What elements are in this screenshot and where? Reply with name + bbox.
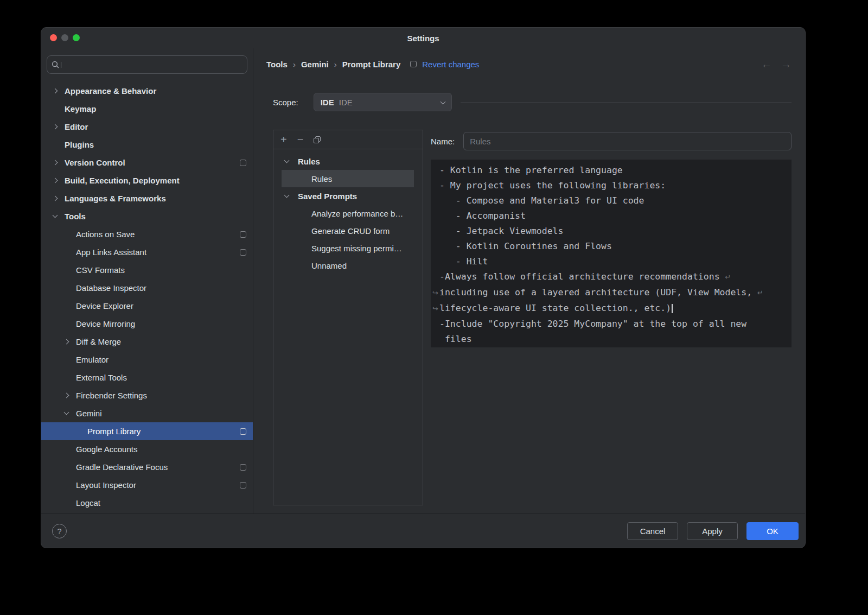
sidebar-item-device-explorer[interactable]: Device Explorer bbox=[41, 297, 253, 315]
editor-line[interactable]: -Include "Copyright 2025 MyCompany" at t… bbox=[439, 316, 787, 332]
prompt-item-analyze-performance-b[interactable]: Analyze performance b… bbox=[273, 205, 423, 222]
sidebar-item-label: Layout Inspector bbox=[76, 480, 136, 490]
prompt-item-label: Generate CRUD form bbox=[311, 226, 390, 236]
sidebar-item-label: Languages & Frameworks bbox=[65, 194, 166, 203]
chevron-right-icon[interactable] bbox=[64, 339, 69, 345]
prompt-item-suggest-missing-permi[interactable]: Suggest missing permi… bbox=[273, 239, 423, 257]
sidebar-item-diff-merge[interactable]: Diff & Merge bbox=[41, 333, 253, 351]
editor-line[interactable]: - Kotlin Coroutines and Flows bbox=[439, 239, 787, 254]
add-button[interactable]: + bbox=[280, 134, 287, 145]
minimize-window-button[interactable] bbox=[61, 34, 68, 41]
prompt-library-panels: +− RulesRulesSaved PromptsAnalyze perfor… bbox=[273, 130, 792, 505]
sidebar-item-label: Prompt Library bbox=[87, 427, 141, 436]
ide-settings-icon bbox=[240, 231, 246, 238]
sidebar-item-csv-formats[interactable]: CSV Formats bbox=[41, 261, 253, 279]
breadcrumb-item-prompt-library[interactable]: Prompt Library bbox=[342, 60, 401, 69]
search-field[interactable] bbox=[47, 55, 247, 74]
breadcrumb-item-gemini[interactable]: Gemini bbox=[301, 60, 329, 69]
help-button[interactable]: ? bbox=[52, 524, 67, 538]
sidebar-item-layout-inspector[interactable]: Layout Inspector bbox=[41, 476, 253, 494]
prompt-list-panel: +− RulesRulesSaved PromptsAnalyze perfor… bbox=[273, 130, 423, 505]
duplicate-button[interactable] bbox=[314, 136, 321, 143]
sidebar-item-google-accounts[interactable]: Google Accounts bbox=[41, 440, 253, 458]
breadcrumb-separator: › bbox=[293, 60, 296, 69]
editor-line[interactable]: - Accompanist bbox=[439, 208, 787, 224]
editor-line[interactable]: - Compose and Material3 for UI code bbox=[439, 193, 787, 208]
editor-line[interactable]: ↪including use of a layered architecture… bbox=[439, 285, 787, 301]
sidebar-item-firebender-settings[interactable]: Firebender Settings bbox=[41, 386, 253, 404]
remove-button[interactable]: − bbox=[297, 134, 304, 145]
sidebar-item-device-mirroring[interactable]: Device Mirroring bbox=[41, 315, 253, 333]
scope-dropdown[interactable]: IDE IDE bbox=[314, 93, 452, 111]
duplicate-icon bbox=[314, 136, 321, 143]
breadcrumb-item-tools[interactable]: Tools bbox=[266, 60, 288, 69]
settings-search-input[interactable] bbox=[63, 60, 242, 69]
editor-line[interactable]: - Jetpack Viewmodels bbox=[439, 224, 787, 239]
sidebar-item-app-links-assistant[interactable]: App Links Assistant bbox=[41, 243, 253, 261]
forward-arrow-icon[interactable]: → bbox=[781, 59, 792, 69]
sidebar-item-appearance-behavior[interactable]: Appearance & Behavior bbox=[41, 82, 253, 100]
sidebar-item-prompt-library[interactable]: Prompt Library bbox=[41, 422, 253, 440]
settings-sidebar: Appearance & BehaviorKeymapEditorPlugins… bbox=[41, 48, 253, 513]
prompt-text-editor[interactable]: - Kotlin is the preferred language- My p… bbox=[431, 160, 792, 347]
editor-line[interactable]: - Hilt bbox=[439, 254, 787, 269]
ide-settings-icon bbox=[240, 160, 246, 166]
apply-button[interactable]: Apply bbox=[687, 522, 738, 540]
sidebar-item-plugins[interactable]: Plugins bbox=[41, 136, 253, 154]
chevron-right-icon[interactable] bbox=[53, 88, 58, 94]
chevron-right-icon[interactable] bbox=[64, 393, 69, 398]
sidebar-item-languages-frameworks[interactable]: Languages & Frameworks bbox=[41, 189, 253, 207]
chevron-right-icon[interactable] bbox=[53, 160, 58, 166]
sidebar-item-external-tools[interactable]: External Tools bbox=[41, 369, 253, 386]
sidebar-item-label: External Tools bbox=[76, 373, 127, 382]
chevron-down-icon[interactable] bbox=[284, 192, 290, 198]
editor-line[interactable]: - Kotlin is the preferred language bbox=[439, 163, 787, 178]
settings-dialog: Settings Appearance & BehaviorKeymapEdit… bbox=[41, 27, 806, 548]
zoom-window-button[interactable] bbox=[73, 34, 80, 41]
sidebar-item-logcat[interactable]: Logcat bbox=[41, 494, 253, 512]
chevron-slot bbox=[285, 161, 298, 162]
editor-line[interactable]: -Always follow official architecture rec… bbox=[439, 269, 787, 285]
sidebar-item-editor[interactable]: Editor bbox=[41, 118, 253, 136]
sidebar-item-keymap[interactable]: Keymap bbox=[41, 100, 253, 118]
prompt-item-rules[interactable]: Rules bbox=[282, 170, 414, 187]
sidebar-item-label: Editor bbox=[65, 122, 88, 131]
prompt-group-rules[interactable]: Rules bbox=[273, 153, 423, 170]
sidebar-item-label: Gemini bbox=[76, 409, 102, 418]
sidebar-item-build-execution-deployment[interactable]: Build, Execution, Deployment bbox=[41, 172, 253, 189]
title-bar: Settings bbox=[41, 28, 805, 48]
chevron-right-icon[interactable] bbox=[53, 196, 58, 201]
sidebar-item-database-inspector[interactable]: Database Inspector bbox=[41, 279, 253, 297]
sidebar-item-label: CSV Formats bbox=[76, 265, 125, 275]
sidebar-item-actions-on-save[interactable]: Actions on Save bbox=[41, 225, 253, 243]
prompt-item-unnamed[interactable]: Unnamed bbox=[273, 257, 423, 274]
sidebar-item-label: Google Accounts bbox=[76, 445, 137, 454]
prompt-list-toolbar: +− bbox=[273, 130, 423, 149]
ok-button[interactable]: OK bbox=[746, 522, 799, 540]
revert-changes-link[interactable]: Revert changes bbox=[422, 60, 479, 69]
chevron-down-icon[interactable] bbox=[284, 157, 290, 163]
editor-line[interactable]: - My project uses the following librarie… bbox=[439, 178, 787, 193]
question-mark-icon: ? bbox=[57, 527, 61, 536]
sidebar-item-label: Device Mirroring bbox=[76, 319, 135, 328]
sidebar-item-gradle-declarative-focus[interactable]: Gradle Declarative Focus bbox=[41, 458, 253, 476]
editor-line[interactable]: ↪lifecycle-aware UI state collection., e… bbox=[439, 301, 787, 316]
sidebar-item-label: Diff & Merge bbox=[76, 337, 121, 346]
sidebar-item-emulator[interactable]: Emulator bbox=[41, 351, 253, 369]
cancel-button[interactable]: Cancel bbox=[627, 522, 678, 540]
prompt-item-generate-crud-form[interactable]: Generate CRUD form bbox=[273, 222, 423, 239]
chevron-right-icon[interactable] bbox=[53, 124, 58, 130]
back-arrow-icon[interactable]: ← bbox=[761, 59, 772, 69]
prompt-item-label: Suggest missing permi… bbox=[311, 244, 402, 253]
sidebar-item-gemini[interactable]: Gemini bbox=[41, 404, 253, 422]
sidebar-item-version-control[interactable]: Version Control bbox=[41, 154, 253, 172]
close-window-button[interactable] bbox=[50, 34, 57, 41]
chevron-right-icon[interactable] bbox=[53, 178, 58, 183]
chevron-slot bbox=[285, 195, 298, 197]
chevron-down-icon[interactable] bbox=[53, 213, 58, 218]
prompt-name-input[interactable] bbox=[463, 132, 792, 150]
chevron-down-icon[interactable] bbox=[64, 410, 69, 415]
sidebar-item-tools[interactable]: Tools bbox=[41, 207, 253, 225]
editor-line[interactable]: files bbox=[439, 332, 787, 347]
prompt-group-saved-prompts[interactable]: Saved Prompts bbox=[273, 187, 423, 205]
